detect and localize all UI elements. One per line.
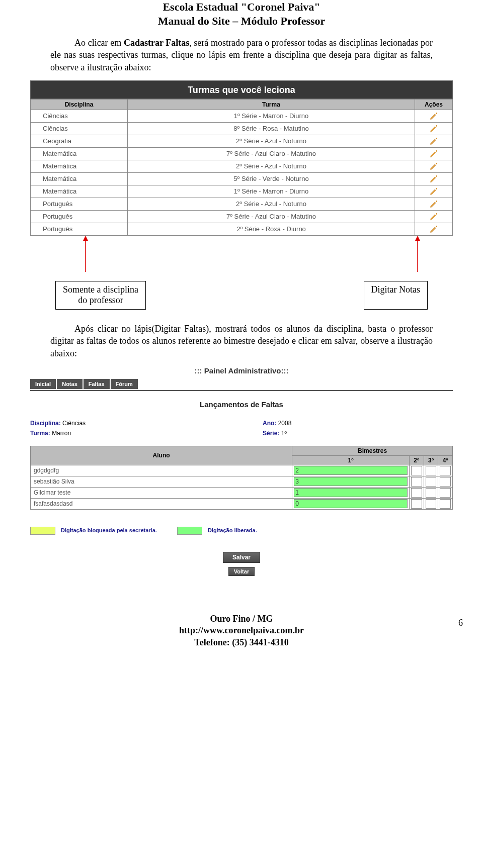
cell-disciplina: Matemática [31,185,128,198]
label-ano: Ano: [263,420,276,427]
cell-disciplina: Português [31,223,128,235]
pencil-icon[interactable] [429,200,438,209]
faltas-b4-blocked [440,499,451,509]
cell-aluno: fsafasdasdasd [31,498,292,509]
table-row: Ciências8º Série - Rosa - Matutino [31,122,453,135]
footer-line2: http://www.coronelpaiva.com.br [50,625,433,636]
admin-panel: ::: Painel Administrativo::: Inicial Not… [30,366,453,578]
col-b2: 2º [410,455,424,465]
faltas-b1-input[interactable] [294,488,408,497]
pencil-icon[interactable] [429,112,438,121]
section-title: Lançamentos de Faltas [30,400,453,409]
swatch-blocked-icon [30,527,55,535]
back-button[interactable]: Voltar [228,567,255,576]
faltas-b3-blocked [426,488,437,498]
col-bimestres: Bimestres [292,446,453,455]
svg-marker-1 [83,236,88,241]
pencil-icon[interactable] [429,174,438,183]
cell-acao [415,185,453,198]
table-row: Matemática7º Série - Azul Claro - Matuti… [31,147,453,160]
col-turma: Turma [128,99,415,110]
cell-acao [415,122,453,135]
table-row: Português2º Série - Roxa - Diurno [31,223,453,235]
label-disciplina: Disciplina: [30,420,61,427]
cell-turma: 1º Série - Marron - Diurno [128,185,415,198]
faltas-b1-input[interactable] [294,477,408,486]
value-ano: 2008 [278,420,292,427]
paragraph-2: Após clicar no lápis(Digitar Faltas), mo… [50,323,433,359]
pencil-icon[interactable] [429,124,438,133]
faltas-b4-blocked [440,466,451,475]
faltas-b2-blocked [411,499,422,509]
label-serie: Série: [263,430,279,437]
cell-turma: 2º Série - Azul - Noturno [128,160,415,172]
cell-acao [415,210,453,223]
tab-faltas[interactable]: Faltas [84,379,110,389]
table-row: sebastião Silva [31,476,453,487]
page-header: Escola Estadual "Coronel Paiva" Manual d… [50,0,433,28]
swatch-open-icon [177,527,202,535]
legend-blocked: Digitação bloqueada pela secretaria. [61,527,157,533]
save-button[interactable]: Salvar [223,552,260,563]
cell-turma: 2º Série - Azul - Noturno [128,198,415,210]
col-aluno: Aluno [31,446,292,465]
pencil-icon[interactable] [429,137,438,146]
table-row: Gilcimar teste [31,487,453,498]
pencil-icon[interactable] [429,225,438,234]
pencil-icon[interactable] [429,187,438,196]
header-line2: Manual do Site – Módulo Professor [50,14,433,28]
cell-acao [415,172,453,185]
col-b1: 1º [292,455,410,465]
col-acoes: Ações [415,99,453,110]
pencil-icon[interactable] [429,162,438,171]
arrow-annotations [30,236,453,281]
footer-line3: Telefone: (35) 3441-4310 [50,637,433,648]
paragraph-1: Ao clicar em Cadastrar Faltas, será most… [50,37,433,73]
cell-acao [415,135,453,147]
faltas-b1-input[interactable] [294,466,408,475]
table-row: Matemática5º Série - Verde - Noturno [31,172,453,185]
turmas-table: Disciplina Turma Ações Ciências1º Série … [30,99,453,236]
table-row: fsafasdasdasd [31,498,453,509]
cell-aluno: Gilcimar teste [31,487,292,498]
pencil-icon[interactable] [429,212,438,221]
cell-turma: 5º Série - Verde - Noturno [128,172,415,185]
faltas-b3-blocked [426,466,437,475]
cell-acao [415,198,453,210]
value-disciplina: Ciências [62,420,86,427]
footer-line1: Ouro Fino / MG [50,613,433,625]
label-turma: Turma: [30,430,50,437]
svg-marker-3 [415,236,420,241]
cell-disciplina: Matemática [31,147,128,160]
cell-disciplina: Ciências [31,110,128,122]
cell-turma: 8º Série - Rosa - Matutino [128,122,415,135]
callout-disciplina: Somente a disciplina do professor [55,281,146,310]
header-line1: Escola Estadual "Coronel Paiva" [50,0,433,14]
cell-turma: 7º Série - Azul Claro - Matutino [128,147,415,160]
table-row: Matemática1º Série - Marron - Diurno [31,185,453,198]
callout-digitar-notas: Digitar Notas [364,281,428,310]
pencil-icon[interactable] [429,149,438,158]
cell-turma: 2º Série - Azul - Noturno [128,135,415,147]
faltas-b1-input[interactable] [294,499,408,508]
faltas-b3-blocked [426,477,437,487]
cell-aluno: sebastião Silva [31,476,292,487]
panel-title: ::: Painel Administrativo::: [30,366,453,375]
cell-acao [415,160,453,172]
cell-disciplina: Português [31,210,128,223]
table-row: Ciências1º Série - Marron - Diurno [31,110,453,122]
faltas-b2-blocked [411,466,422,475]
tab-inicial[interactable]: Inicial [30,379,56,389]
turmas-table-title: Turmas que você leciona [30,80,453,99]
table-row: Matemática2º Série - Azul - Noturno [31,160,453,172]
cell-disciplina: Português [31,198,128,210]
table-row: Geografia2º Série - Azul - Noturno [31,135,453,147]
tab-notas[interactable]: Notas [57,379,83,389]
panel-tabs: Inicial Notas Faltas Fórum [30,379,453,389]
tab-forum[interactable]: Fórum [111,379,138,389]
page-number: 6 [458,617,463,629]
cell-disciplina: Ciências [31,122,128,135]
cell-turma: 2º Série - Roxa - Diurno [128,223,415,235]
faltas-b4-blocked [440,488,451,498]
cell-disciplina: Matemática [31,172,128,185]
